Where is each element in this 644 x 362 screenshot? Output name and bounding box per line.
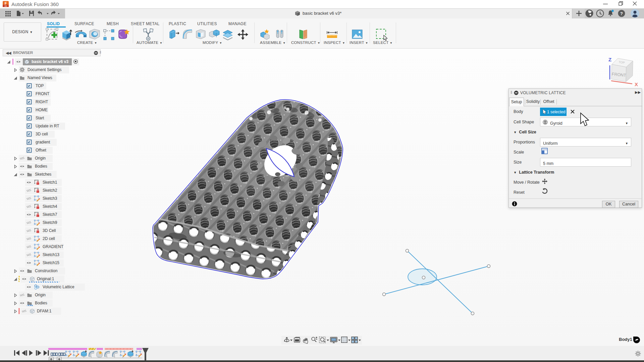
svg-text:360: 360 (4, 5, 7, 7)
svg-text:F: F (5, 1, 7, 5)
svg-text:?: ? (620, 11, 623, 16)
svg-text:Z: Z (608, 57, 611, 62)
svg-text:X: X (635, 81, 638, 87)
